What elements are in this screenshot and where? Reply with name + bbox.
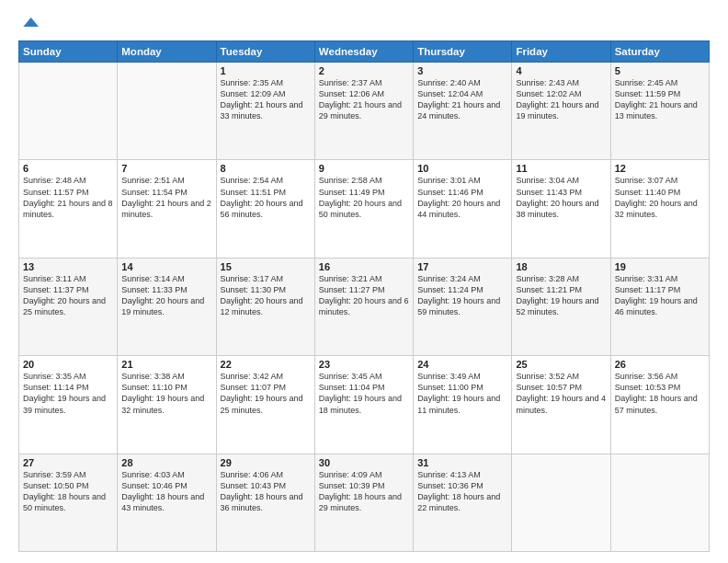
day-info: Sunrise: 3:52 AM Sunset: 10:57 PM Daylig… <box>516 371 606 416</box>
day-cell: 30Sunrise: 4:09 AM Sunset: 10:39 PM Dayl… <box>314 454 413 551</box>
day-cell: 15Sunrise: 3:17 AM Sunset: 11:30 PM Dayl… <box>216 258 314 355</box>
day-cell: 31Sunrise: 4:13 AM Sunset: 10:36 PM Dayl… <box>414 454 512 551</box>
day-info: Sunrise: 3:11 AM Sunset: 11:37 PM Daylig… <box>23 273 113 318</box>
day-cell: 28Sunrise: 4:03 AM Sunset: 10:46 PM Dayl… <box>118 454 216 551</box>
day-info: Sunrise: 2:51 AM Sunset: 11:54 PM Daylig… <box>121 175 211 220</box>
week-row-3: 13Sunrise: 3:11 AM Sunset: 11:37 PM Dayl… <box>19 258 710 355</box>
day-number: 14 <box>121 261 211 272</box>
day-number: 28 <box>121 457 211 468</box>
day-info: Sunrise: 4:03 AM Sunset: 10:46 PM Daylig… <box>121 469 211 514</box>
day-number: 4 <box>516 65 606 76</box>
day-info: Sunrise: 2:45 AM Sunset: 11:59 PM Daylig… <box>615 77 705 122</box>
day-cell: 8Sunrise: 2:54 AM Sunset: 11:51 PM Dayli… <box>216 160 314 258</box>
day-info: Sunrise: 3:28 AM Sunset: 11:21 PM Daylig… <box>516 273 606 318</box>
day-number: 27 <box>23 457 113 468</box>
day-info: Sunrise: 2:40 AM Sunset: 12:04 AM Daylig… <box>417 77 507 122</box>
weekday-thursday: Thursday <box>414 41 512 63</box>
day-info: Sunrise: 2:35 AM Sunset: 12:09 AM Daylig… <box>221 77 311 122</box>
weekday-friday: Friday <box>512 41 610 63</box>
day-number: 26 <box>615 359 705 370</box>
day-number: 10 <box>417 163 507 174</box>
day-number: 7 <box>121 163 211 174</box>
day-cell: 18Sunrise: 3:28 AM Sunset: 11:21 PM Dayl… <box>512 258 610 355</box>
day-info: Sunrise: 4:06 AM Sunset: 10:43 PM Daylig… <box>221 469 311 514</box>
day-cell: 23Sunrise: 3:45 AM Sunset: 11:04 PM Dayl… <box>314 356 413 454</box>
day-cell <box>118 63 216 160</box>
day-info: Sunrise: 3:56 AM Sunset: 10:53 PM Daylig… <box>615 371 705 416</box>
day-info: Sunrise: 2:48 AM Sunset: 11:57 PM Daylig… <box>23 175 113 220</box>
day-info: Sunrise: 3:38 AM Sunset: 11:10 PM Daylig… <box>121 371 211 416</box>
day-cell: 12Sunrise: 3:07 AM Sunset: 11:40 PM Dayl… <box>610 160 709 258</box>
day-cell: 2Sunrise: 2:37 AM Sunset: 12:06 AM Dayli… <box>314 63 413 160</box>
day-info: Sunrise: 3:35 AM Sunset: 11:14 PM Daylig… <box>23 371 113 416</box>
day-cell <box>19 63 118 160</box>
day-cell: 1Sunrise: 2:35 AM Sunset: 12:09 AM Dayli… <box>216 63 314 160</box>
day-number: 8 <box>221 163 311 174</box>
day-cell <box>512 454 610 551</box>
weekday-header-row: SundayMondayTuesdayWednesdayThursdayFrid… <box>19 41 710 63</box>
day-cell: 11Sunrise: 3:04 AM Sunset: 11:43 PM Dayl… <box>512 160 610 258</box>
page: SundayMondayTuesdayWednesdayThursdayFrid… <box>0 0 728 563</box>
day-number: 19 <box>615 261 705 272</box>
weekday-tuesday: Tuesday <box>216 41 314 63</box>
day-cell: 6Sunrise: 2:48 AM Sunset: 11:57 PM Dayli… <box>19 160 118 258</box>
day-cell: 5Sunrise: 2:45 AM Sunset: 11:59 PM Dayli… <box>610 63 709 160</box>
day-number: 1 <box>221 65 311 76</box>
day-info: Sunrise: 3:01 AM Sunset: 11:46 PM Daylig… <box>417 175 507 220</box>
weekday-wednesday: Wednesday <box>314 41 413 63</box>
day-info: Sunrise: 2:54 AM Sunset: 11:51 PM Daylig… <box>221 175 311 220</box>
day-number: 25 <box>516 359 606 370</box>
day-cell: 3Sunrise: 2:40 AM Sunset: 12:04 AM Dayli… <box>414 63 512 160</box>
week-row-5: 27Sunrise: 3:59 AM Sunset: 10:50 PM Dayl… <box>19 454 710 551</box>
day-cell: 26Sunrise: 3:56 AM Sunset: 10:53 PM Dayl… <box>610 356 709 454</box>
day-number: 13 <box>23 261 113 272</box>
day-cell: 4Sunrise: 2:43 AM Sunset: 12:02 AM Dayli… <box>512 63 610 160</box>
day-number: 15 <box>221 261 311 272</box>
day-info: Sunrise: 4:13 AM Sunset: 10:36 PM Daylig… <box>417 469 507 514</box>
day-number: 23 <box>319 359 409 370</box>
day-cell: 16Sunrise: 3:21 AM Sunset: 11:27 PM Dayl… <box>314 258 413 355</box>
day-number: 29 <box>221 457 311 468</box>
day-cell: 9Sunrise: 2:58 AM Sunset: 11:49 PM Dayli… <box>314 160 413 258</box>
day-cell <box>610 454 709 551</box>
weekday-monday: Monday <box>118 41 216 63</box>
day-cell: 7Sunrise: 2:51 AM Sunset: 11:54 PM Dayli… <box>118 160 216 258</box>
day-number: 6 <box>23 163 113 174</box>
day-cell: 29Sunrise: 4:06 AM Sunset: 10:43 PM Dayl… <box>216 454 314 551</box>
day-number: 12 <box>615 163 705 174</box>
day-number: 3 <box>417 65 507 76</box>
day-number: 22 <box>221 359 311 370</box>
day-number: 16 <box>319 261 409 272</box>
day-cell: 10Sunrise: 3:01 AM Sunset: 11:46 PM Dayl… <box>414 160 512 258</box>
svg-marker-0 <box>23 17 39 27</box>
day-info: Sunrise: 3:42 AM Sunset: 11:07 PM Daylig… <box>221 371 311 416</box>
day-cell: 17Sunrise: 3:24 AM Sunset: 11:24 PM Dayl… <box>414 258 512 355</box>
day-number: 2 <box>319 65 409 76</box>
day-number: 30 <box>319 457 409 468</box>
day-info: Sunrise: 3:49 AM Sunset: 11:00 PM Daylig… <box>417 371 507 416</box>
day-info: Sunrise: 3:17 AM Sunset: 11:30 PM Daylig… <box>221 273 311 318</box>
day-cell: 25Sunrise: 3:52 AM Sunset: 10:57 PM Dayl… <box>512 356 610 454</box>
day-info: Sunrise: 3:21 AM Sunset: 11:27 PM Daylig… <box>319 273 409 318</box>
day-cell: 19Sunrise: 3:31 AM Sunset: 11:17 PM Dayl… <box>610 258 709 355</box>
header <box>18 15 710 31</box>
day-cell: 20Sunrise: 3:35 AM Sunset: 11:14 PM Dayl… <box>19 356 118 454</box>
week-row-2: 6Sunrise: 2:48 AM Sunset: 11:57 PM Dayli… <box>19 160 710 258</box>
day-info: Sunrise: 3:07 AM Sunset: 11:40 PM Daylig… <box>615 175 705 220</box>
day-cell: 24Sunrise: 3:49 AM Sunset: 11:00 PM Dayl… <box>414 356 512 454</box>
day-info: Sunrise: 2:58 AM Sunset: 11:49 PM Daylig… <box>319 175 409 220</box>
weekday-saturday: Saturday <box>610 41 709 63</box>
day-info: Sunrise: 3:31 AM Sunset: 11:17 PM Daylig… <box>615 273 705 318</box>
day-number: 20 <box>23 359 113 370</box>
day-info: Sunrise: 3:04 AM Sunset: 11:43 PM Daylig… <box>516 175 606 220</box>
day-cell: 27Sunrise: 3:59 AM Sunset: 10:50 PM Dayl… <box>19 454 118 551</box>
day-info: Sunrise: 4:09 AM Sunset: 10:39 PM Daylig… <box>319 469 409 514</box>
logo <box>18 15 39 31</box>
day-cell: 22Sunrise: 3:42 AM Sunset: 11:07 PM Dayl… <box>216 356 314 454</box>
day-info: Sunrise: 3:24 AM Sunset: 11:24 PM Daylig… <box>417 273 507 318</box>
weekday-sunday: Sunday <box>19 41 118 63</box>
day-info: Sunrise: 3:45 AM Sunset: 11:04 PM Daylig… <box>319 371 409 416</box>
logo-icon <box>20 13 39 31</box>
week-row-1: 1Sunrise: 2:35 AM Sunset: 12:09 AM Dayli… <box>19 63 710 160</box>
day-number: 21 <box>121 359 211 370</box>
